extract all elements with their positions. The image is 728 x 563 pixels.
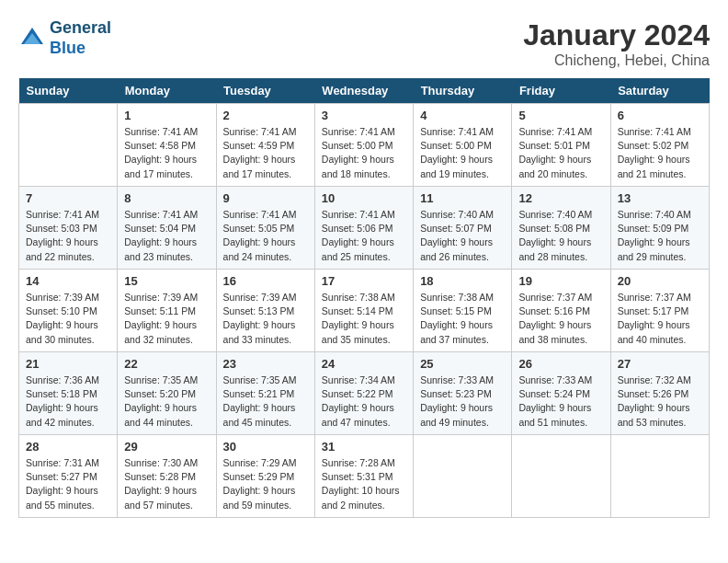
day-number: 13	[618, 191, 702, 205]
day-cell: 16Sunrise: 7:39 AMSunset: 5:13 PMDayligh…	[216, 270, 314, 352]
day-info: Sunrise: 7:31 AMSunset: 5:27 PMDaylight:…	[26, 456, 110, 512]
day-number: 21	[26, 357, 110, 371]
day-cell: 5Sunrise: 7:41 AMSunset: 5:01 PMDaylight…	[512, 104, 610, 187]
day-number: 19	[518, 274, 603, 288]
day-number: 31	[322, 440, 406, 454]
day-header-monday: Monday	[118, 78, 216, 104]
location-title: Chicheng, Hebei, China	[523, 52, 710, 69]
day-number: 10	[322, 191, 406, 205]
day-cell: 6Sunrise: 7:41 AMSunset: 5:02 PMDaylight…	[610, 104, 709, 187]
day-cell	[414, 435, 512, 518]
day-number: 27	[618, 357, 702, 371]
logo-line2: Blue	[50, 39, 85, 57]
week-row-4: 21Sunrise: 7:36 AMSunset: 5:18 PMDayligh…	[19, 352, 710, 435]
day-info: Sunrise: 7:41 AMSunset: 5:02 PMDaylight:…	[618, 125, 702, 181]
day-cell: 1Sunrise: 7:41 AMSunset: 4:58 PMDaylight…	[118, 104, 216, 187]
week-row-2: 7Sunrise: 7:41 AMSunset: 5:03 PMDaylight…	[19, 187, 710, 270]
day-cell: 13Sunrise: 7:40 AMSunset: 5:09 PMDayligh…	[610, 187, 709, 270]
day-number: 25	[420, 357, 505, 371]
day-number: 28	[26, 440, 110, 454]
day-number: 17	[322, 274, 406, 288]
day-info: Sunrise: 7:36 AMSunset: 5:18 PMDaylight:…	[26, 373, 110, 430]
day-cell: 18Sunrise: 7:38 AMSunset: 5:15 PMDayligh…	[414, 270, 512, 352]
day-header-tuesday: Tuesday	[216, 78, 314, 104]
title-block: January 2024 Chicheng, Hebei, China	[523, 18, 710, 69]
day-number: 2	[223, 109, 308, 122]
page-header: General Blue January 2024 Chicheng, Hebe…	[18, 18, 710, 69]
day-cell: 22Sunrise: 7:35 AMSunset: 5:20 PMDayligh…	[118, 352, 216, 435]
day-header-friday: Friday	[512, 78, 610, 104]
day-info: Sunrise: 7:40 AMSunset: 5:09 PMDaylight:…	[618, 208, 702, 264]
day-number: 11	[420, 191, 505, 205]
day-info: Sunrise: 7:38 AMSunset: 5:14 PMDaylight:…	[322, 291, 406, 347]
day-number: 16	[223, 274, 308, 288]
day-info: Sunrise: 7:37 AMSunset: 5:17 PMDaylight:…	[618, 291, 702, 347]
day-cell	[610, 435, 709, 518]
day-number: 14	[26, 274, 110, 288]
day-header-thursday: Thursday	[414, 78, 512, 104]
day-info: Sunrise: 7:41 AMSunset: 4:59 PMDaylight:…	[223, 125, 308, 181]
day-cell: 30Sunrise: 7:29 AMSunset: 5:29 PMDayligh…	[216, 435, 314, 518]
day-number: 20	[618, 274, 702, 288]
logo-line1: General	[50, 18, 111, 37]
day-cell: 14Sunrise: 7:39 AMSunset: 5:10 PMDayligh…	[19, 270, 118, 352]
day-cell: 10Sunrise: 7:41 AMSunset: 5:06 PMDayligh…	[314, 187, 413, 270]
day-cell: 28Sunrise: 7:31 AMSunset: 5:27 PMDayligh…	[19, 435, 118, 518]
day-cell: 7Sunrise: 7:41 AMSunset: 5:03 PMDaylight…	[19, 187, 118, 270]
day-cell: 4Sunrise: 7:41 AMSunset: 5:00 PMDaylight…	[414, 104, 512, 187]
day-cell	[19, 104, 118, 187]
day-info: Sunrise: 7:41 AMSunset: 5:04 PMDaylight:…	[124, 208, 209, 264]
day-number: 3	[322, 109, 406, 122]
day-info: Sunrise: 7:28 AMSunset: 5:31 PMDaylight:…	[322, 456, 406, 512]
day-info: Sunrise: 7:41 AMSunset: 5:01 PMDaylight:…	[518, 125, 603, 181]
week-row-3: 14Sunrise: 7:39 AMSunset: 5:10 PMDayligh…	[19, 270, 710, 352]
day-number: 15	[124, 274, 209, 288]
day-number: 30	[223, 440, 308, 454]
day-info: Sunrise: 7:35 AMSunset: 5:21 PMDaylight:…	[223, 373, 308, 430]
day-info: Sunrise: 7:34 AMSunset: 5:22 PMDaylight:…	[322, 373, 406, 430]
day-number: 5	[518, 109, 603, 122]
day-info: Sunrise: 7:40 AMSunset: 5:07 PMDaylight:…	[420, 208, 505, 264]
day-header-wednesday: Wednesday	[314, 78, 413, 104]
day-number: 7	[26, 191, 110, 205]
day-cell: 9Sunrise: 7:41 AMSunset: 5:05 PMDaylight…	[216, 187, 314, 270]
day-number: 1	[124, 109, 209, 122]
day-info: Sunrise: 7:38 AMSunset: 5:15 PMDaylight:…	[420, 291, 505, 347]
day-header-saturday: Saturday	[610, 78, 709, 104]
day-number: 4	[420, 109, 505, 122]
day-info: Sunrise: 7:33 AMSunset: 5:24 PMDaylight:…	[518, 373, 603, 430]
day-number: 9	[223, 191, 308, 205]
day-info: Sunrise: 7:41 AMSunset: 5:06 PMDaylight:…	[322, 208, 406, 264]
day-info: Sunrise: 7:41 AMSunset: 5:05 PMDaylight:…	[223, 208, 308, 264]
day-cell: 24Sunrise: 7:34 AMSunset: 5:22 PMDayligh…	[314, 352, 413, 435]
day-info: Sunrise: 7:29 AMSunset: 5:29 PMDaylight:…	[223, 456, 308, 512]
day-cell: 21Sunrise: 7:36 AMSunset: 5:18 PMDayligh…	[19, 352, 118, 435]
logo: General Blue	[18, 18, 111, 58]
day-cell: 29Sunrise: 7:30 AMSunset: 5:28 PMDayligh…	[118, 435, 216, 518]
day-info: Sunrise: 7:41 AMSunset: 5:00 PMDaylight:…	[322, 125, 406, 181]
day-number: 26	[518, 357, 603, 371]
logo-text: General Blue	[50, 18, 111, 58]
day-cell: 17Sunrise: 7:38 AMSunset: 5:14 PMDayligh…	[314, 270, 413, 352]
day-cell: 19Sunrise: 7:37 AMSunset: 5:16 PMDayligh…	[512, 270, 610, 352]
day-cell: 25Sunrise: 7:33 AMSunset: 5:23 PMDayligh…	[414, 352, 512, 435]
day-info: Sunrise: 7:33 AMSunset: 5:23 PMDaylight:…	[420, 373, 505, 430]
logo-icon	[18, 25, 46, 52]
day-info: Sunrise: 7:39 AMSunset: 5:11 PMDaylight:…	[124, 291, 209, 347]
day-cell: 12Sunrise: 7:40 AMSunset: 5:08 PMDayligh…	[512, 187, 610, 270]
day-number: 12	[518, 191, 603, 205]
day-info: Sunrise: 7:39 AMSunset: 5:10 PMDaylight:…	[26, 291, 110, 347]
day-number: 23	[223, 357, 308, 371]
day-cell: 27Sunrise: 7:32 AMSunset: 5:26 PMDayligh…	[610, 352, 709, 435]
day-info: Sunrise: 7:41 AMSunset: 5:00 PMDaylight:…	[420, 125, 505, 181]
day-cell: 26Sunrise: 7:33 AMSunset: 5:24 PMDayligh…	[512, 352, 610, 435]
day-number: 8	[124, 191, 209, 205]
day-cell: 31Sunrise: 7:28 AMSunset: 5:31 PMDayligh…	[314, 435, 413, 518]
header-row: SundayMondayTuesdayWednesdayThursdayFrid…	[19, 78, 710, 104]
day-number: 29	[124, 440, 209, 454]
day-number: 24	[322, 357, 406, 371]
day-cell: 2Sunrise: 7:41 AMSunset: 4:59 PMDaylight…	[216, 104, 314, 187]
day-info: Sunrise: 7:40 AMSunset: 5:08 PMDaylight:…	[518, 208, 603, 264]
day-info: Sunrise: 7:32 AMSunset: 5:26 PMDaylight:…	[618, 373, 702, 430]
day-cell: 8Sunrise: 7:41 AMSunset: 5:04 PMDaylight…	[118, 187, 216, 270]
